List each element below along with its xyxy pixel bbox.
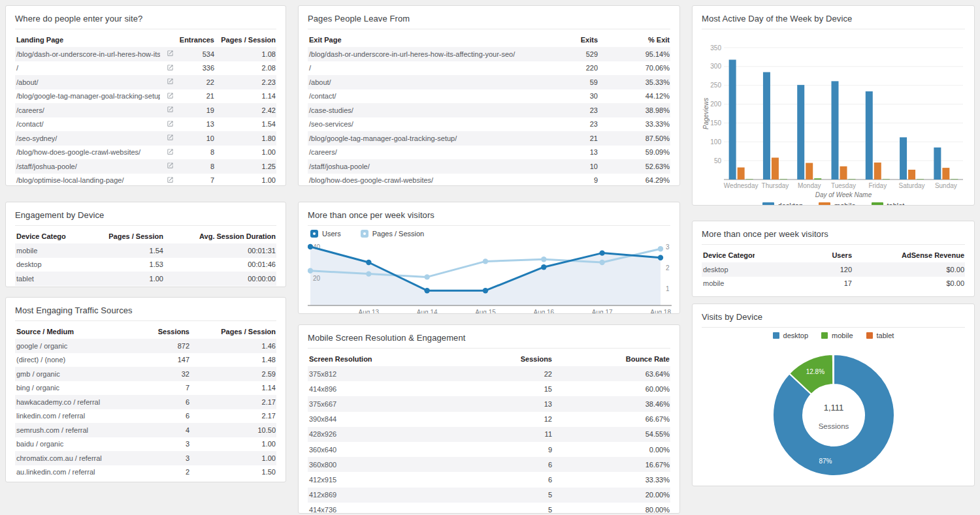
row-value: 19 [176, 103, 215, 117]
row-label: 428x926 [308, 427, 448, 442]
row-value: 38.98% [598, 103, 670, 117]
table-row: /seo-sydney/101.80 [15, 131, 276, 146]
line-chart-svg[interactable]: 4020321...Aug 13Aug 14Aug 15Aug 16Aug 17… [308, 240, 672, 314]
bar-mobile-saturday[interactable] [908, 170, 915, 179]
bar-desktop-wednesday[interactable] [729, 59, 736, 179]
row-value: $0.00 [853, 277, 965, 291]
link-icon-cell[interactable] [160, 117, 176, 132]
open-in-new-icon[interactable] [167, 162, 174, 169]
bar-mobile-monday[interactable] [806, 163, 813, 179]
open-in-new-icon[interactable] [167, 92, 174, 99]
row-label: /contact/ [15, 117, 160, 132]
bar-tablet-sunday[interactable] [951, 179, 958, 179]
bar-tablet-tuesday[interactable] [849, 179, 856, 179]
svg-text:20: 20 [313, 275, 321, 282]
bar-tablet-wednesday[interactable] [746, 179, 753, 179]
donut-slice-tablet[interactable] [833, 354, 834, 384]
row-value: 1.80 [215, 131, 276, 146]
bar-mobile-thursday[interactable] [772, 158, 779, 179]
open-in-new-icon[interactable] [167, 120, 174, 127]
data-point[interactable] [483, 258, 488, 264]
data-point[interactable] [599, 250, 604, 255]
link-icon-cell[interactable] [160, 174, 176, 187]
link-icon-cell[interactable] [160, 75, 176, 89]
column-header: Entrances [176, 33, 215, 47]
data-point[interactable] [366, 271, 371, 276]
column-header: Pages / Session [66, 229, 164, 243]
svg-text:Tuesday: Tuesday [831, 182, 856, 189]
mobile-swatch-icon [819, 202, 830, 206]
link-icon-cell[interactable] [160, 146, 176, 160]
open-in-new-icon[interactable] [167, 176, 174, 183]
svg-text:1: 1 [666, 285, 670, 292]
exit-pages-table: Exit PageExits% Exit/blog/dash-or-unders… [308, 33, 670, 186]
tablet-swatch-icon [872, 202, 883, 206]
row-label: (direct) / (none) [15, 353, 118, 367]
series-chip-icon [361, 230, 368, 238]
donut-chart-svg[interactable]: 87%12.8%1,111Sessions [702, 342, 966, 486]
link-icon-cell[interactable] [160, 89, 176, 104]
legend-label: mobile [834, 202, 855, 206]
row-label: 412x869 [308, 488, 448, 503]
svg-text:Aug 16: Aug 16 [533, 309, 554, 314]
link-icon-cell[interactable] [160, 47, 176, 61]
row-value: 529 [540, 47, 598, 61]
row-value: 12 [448, 412, 553, 427]
open-in-new-icon[interactable] [167, 134, 174, 141]
row-value: 872 [118, 339, 190, 353]
bar-desktop-thursday[interactable] [763, 72, 770, 179]
bar-mobile-tuesday[interactable] [840, 166, 847, 179]
row-value: 2.17 [190, 395, 276, 409]
row-value: 7 [118, 381, 190, 396]
row-value: 1.00 [190, 451, 276, 465]
table-row: 414x8961560.00% [308, 381, 670, 396]
column-right: Most Active Day of the Week by Device 50… [692, 5, 975, 486]
svg-text:Aug 14: Aug 14 [417, 309, 438, 314]
row-value: 44.12% [598, 89, 670, 104]
data-point[interactable] [541, 264, 546, 270]
data-point[interactable] [308, 244, 313, 249]
link-icon-cell[interactable] [160, 159, 176, 174]
data-point[interactable] [599, 260, 604, 265]
bar-desktop-tuesday[interactable] [832, 81, 839, 179]
open-in-new-icon[interactable] [167, 64, 174, 71]
column-left: Where do people enter your site? Landing… [5, 5, 286, 482]
bar-tablet-monday[interactable] [814, 178, 821, 179]
open-in-new-icon[interactable] [167, 148, 174, 155]
data-point[interactable] [308, 268, 313, 273]
data-point[interactable] [483, 288, 488, 293]
bar-desktop-friday[interactable] [866, 91, 873, 179]
data-point[interactable] [541, 257, 546, 262]
bar-mobile-friday[interactable] [874, 163, 881, 179]
open-in-new-icon[interactable] [167, 50, 174, 57]
bar-mobile-wednesday[interactable] [738, 168, 745, 179]
card-weekly-visitors-table: More than once per week visitors Device … [692, 221, 975, 297]
open-in-new-icon[interactable] [167, 106, 174, 113]
row-value: 13 [540, 146, 598, 160]
legend-item-pages-session[interactable]: Pages / Session [361, 230, 425, 238]
bar-tablet-friday[interactable] [883, 179, 890, 179]
bar-tablet-thursday[interactable] [780, 179, 787, 179]
data-point[interactable] [424, 274, 429, 279]
bar-desktop-saturday[interactable] [900, 137, 907, 179]
bar-desktop-sunday[interactable] [934, 148, 941, 179]
legend-item-users[interactable]: Users [310, 230, 341, 238]
data-point[interactable] [658, 255, 663, 260]
data-point[interactable] [424, 288, 429, 293]
link-icon-cell[interactable] [160, 103, 176, 117]
bar-mobile-sunday[interactable] [942, 168, 949, 179]
row-label: google / organic [15, 339, 118, 353]
row-value: 70.06% [598, 61, 670, 76]
column-header: Pages / Session [190, 324, 276, 339]
row-value: 1.00 [66, 272, 164, 286]
open-in-new-icon[interactable] [167, 78, 174, 85]
visits-donut-chart: desktopmobiletablet87%12.8%1,111Sessions [702, 328, 965, 486]
bar-chart-svg[interactable]: 50100150200250300350WednesdayThursdayMon… [702, 29, 966, 199]
link-icon-cell[interactable] [160, 131, 176, 146]
data-point[interactable] [366, 260, 371, 265]
column-header: Source / Medium [15, 324, 118, 339]
bar-desktop-monday[interactable] [797, 85, 804, 179]
link-icon-cell[interactable] [160, 61, 176, 76]
bar-tablet-saturday[interactable] [917, 179, 924, 179]
data-point[interactable] [658, 246, 663, 251]
